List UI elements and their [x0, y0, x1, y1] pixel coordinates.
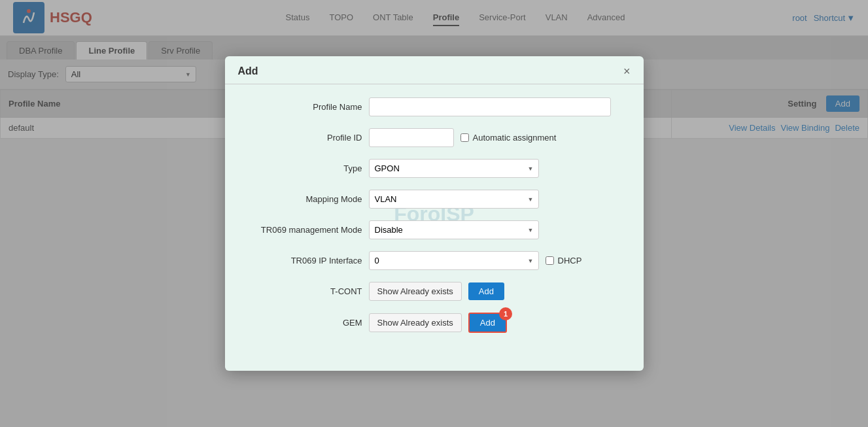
tr069-management-label: TR069 management Mode [245, 225, 362, 235]
tr069-ip-select[interactable]: 0 [369, 251, 539, 270]
auto-assignment-text: Automatic assignment [473, 133, 557, 143]
gem-show-exists-button[interactable]: Show Already exists [369, 313, 462, 332]
dhcp-label: DHCP [546, 256, 582, 265]
profile-id-input[interactable] [369, 128, 454, 147]
gem-label: GEM [245, 318, 362, 328]
add-modal: ForoISP Add × Profile Name Profile ID [225, 56, 644, 371]
modal-body: Profile Name Profile ID Automatic assign… [225, 84, 644, 358]
modal-overlay: ForoISP Add × Profile Name Profile ID [0, 0, 868, 427]
form-row-mapping-mode: Mapping Mode VLAN [245, 190, 624, 209]
tcont-label: T-CONT [245, 286, 362, 296]
modal-title: Add [238, 65, 258, 77]
form-row-tr069-ip: TR069 IP Interface 0 DHCP [245, 251, 624, 270]
modal-close-button[interactable]: × [623, 65, 631, 77]
type-label: Type [245, 163, 362, 173]
profile-id-label: Profile ID [245, 133, 362, 143]
mapping-mode-select-wrapper: VLAN [369, 190, 539, 209]
dhcp-checkbox[interactable] [546, 256, 554, 265]
tr069-ip-select-wrapper: 0 [369, 251, 539, 270]
tcont-show-exists-button[interactable]: Show Already exists [369, 282, 462, 301]
form-row-tcont: T-CONT Show Already exists Add [245, 282, 624, 301]
mapping-mode-label: Mapping Mode [245, 194, 362, 204]
auto-assignment-checkbox[interactable] [460, 133, 469, 142]
tr069-management-select-wrapper: Disable [369, 220, 539, 239]
gem-add-button-wrapper: Add 1 [468, 313, 507, 333]
form-row-profile-name: Profile Name [245, 97, 624, 116]
form-row-gem: GEM Show Already exists Add 1 [245, 313, 624, 333]
tcont-add-button[interactable]: Add [468, 282, 504, 300]
modal-header: Add × [225, 56, 644, 84]
type-select[interactable]: GPON [369, 159, 539, 178]
form-row-profile-id: Profile ID Automatic assignment [245, 128, 624, 147]
type-select-wrapper: GPON [369, 159, 539, 178]
mapping-mode-select[interactable]: VLAN [369, 190, 539, 209]
form-row-type: Type GPON [245, 159, 624, 178]
form-row-tr069-management: TR069 management Mode Disable [245, 220, 624, 239]
auto-assignment-label: Automatic assignment [460, 133, 557, 143]
tr069-management-select[interactable]: Disable [369, 220, 539, 239]
profile-name-label: Profile Name [245, 102, 362, 112]
main-area: DBA Profile Line Profile Srv Profile Dis… [0, 36, 868, 427]
tr069-ip-label: TR069 IP Interface [245, 256, 362, 265]
gem-badge: 1 [499, 307, 512, 320]
profile-name-input[interactable] [369, 97, 611, 116]
dhcp-text: DHCP [558, 256, 582, 265]
